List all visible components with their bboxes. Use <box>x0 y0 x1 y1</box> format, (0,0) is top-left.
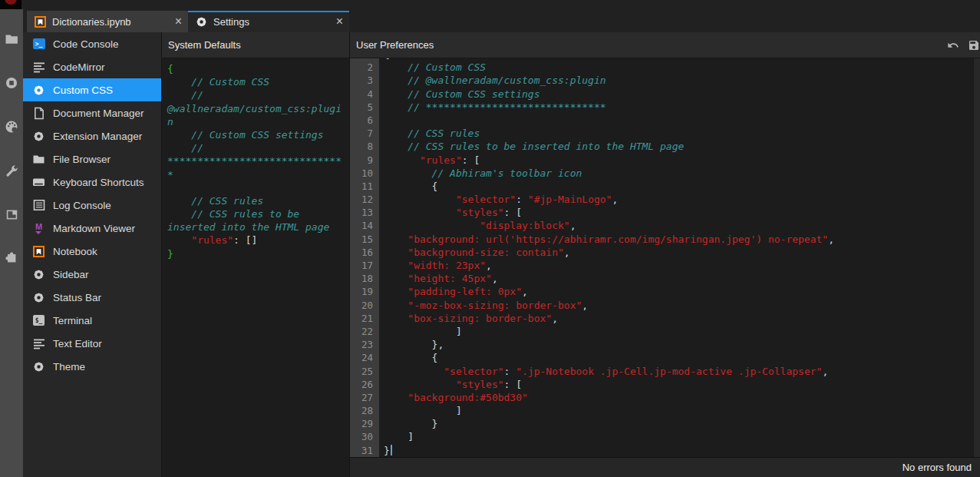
sidebar-item-label: File Browser <box>53 154 111 165</box>
sidebar-item-file-browser[interactable]: File Browser <box>23 147 161 171</box>
sidebar-item-notebook[interactable]: Notebook <box>23 240 161 263</box>
system-defaults-header: System Defaults <box>162 32 349 58</box>
code-line: 27 "background:#50bd30" <box>350 391 980 404</box>
files-icon[interactable] <box>0 30 23 48</box>
system-defaults-title: System Defaults <box>168 39 241 51</box>
gear-icon <box>195 15 208 28</box>
notebook-icon <box>34 15 47 28</box>
tab-label: Settings <box>213 16 249 28</box>
code-line: ***************************** <box>167 154 347 167</box>
code-line: // <box>167 141 347 154</box>
sidebar-item-label: Notebook <box>53 246 97 257</box>
sidebar-item-text-editor[interactable]: Text Editor <box>23 332 161 355</box>
status-footer: No errors found <box>350 457 980 477</box>
code-line <box>167 181 347 194</box>
code-line: 9 "rules": [ <box>350 154 980 167</box>
sidebar-item-code-console[interactable]: >_Code Console <box>23 32 161 55</box>
editor-scrollbar[interactable] <box>973 58 980 457</box>
code-line: 15 "background: url('https://abhiramr.co… <box>350 233 980 246</box>
line-number: 28 <box>350 404 379 417</box>
code-line: // CSS rules <box>167 194 347 207</box>
sidebar-item-label: Status Bar <box>53 292 101 303</box>
code-line: 29 } <box>350 417 980 430</box>
close-icon[interactable]: × <box>336 15 343 28</box>
sidebar-item-custom-css[interactable]: Custom CSS <box>23 78 161 101</box>
tab-settings[interactable]: Settings× <box>188 11 349 32</box>
user-preferences-panel: User Preferences 1{2 // Custom CSS3 // @… <box>349 32 980 477</box>
sidebar-item-status-bar[interactable]: Status Bar <box>23 286 161 309</box>
line-number: 16 <box>350 246 379 259</box>
sidebar-item-label: Document Manager <box>53 108 144 119</box>
sidebar-item-label: Text Editor <box>53 338 102 349</box>
sidebar-item-document-manager[interactable]: Document Manager <box>23 101 161 124</box>
running-icon[interactable] <box>0 74 23 92</box>
tab-dictionaries-ipynb[interactable]: Dictionaries.ipynb× <box>27 11 188 32</box>
sidebar-item-label: Code Console <box>53 38 119 50</box>
sidebar-item-log-console[interactable]: Log Console <box>23 194 161 217</box>
palette-icon[interactable] <box>0 118 23 136</box>
extensions-icon[interactable] <box>0 249 23 267</box>
sidebar-item-theme[interactable]: Theme <box>23 355 161 378</box>
gear-icon <box>32 360 45 373</box>
line-number: 25 <box>350 365 379 378</box>
tools-icon[interactable] <box>0 161 23 180</box>
code-line: 23 }, <box>350 338 980 351</box>
user-preferences-editor[interactable]: 1{2 // Custom CSS3 // @wallneradam/custo… <box>350 58 980 457</box>
sidebar-item-label: Markdown Viewer <box>53 223 135 234</box>
sidebar-item-terminal[interactable]: $_Terminal <box>23 309 161 332</box>
code-line: 14 "display:block", <box>350 219 980 232</box>
code-line: 3 // @wallneradam/custom_css:plugin <box>350 74 980 87</box>
sidebar-item-markdown-viewer[interactable]: MMarkdown Viewer <box>23 217 161 240</box>
code-line: 6 <box>350 114 980 127</box>
line-number: 10 <box>350 167 379 180</box>
code-line: 17 "width: 23px", <box>350 259 980 272</box>
code-line: // Custom CSS settings <box>167 128 347 141</box>
line-number: 23 <box>350 338 379 351</box>
activity-bar <box>0 9 23 477</box>
terminal-icon: $_ <box>32 314 45 327</box>
line-number: 21 <box>350 312 379 325</box>
line-number: 15 <box>350 233 379 246</box>
user-preferences-header: User Preferences <box>350 32 980 58</box>
code-line: * <box>167 168 347 181</box>
sidebar-item-label: CodeMirror <box>53 61 105 73</box>
code-line: 13 "styles": [ <box>350 206 980 219</box>
line-number: 4 <box>350 88 379 101</box>
line-number: 2 <box>350 61 379 74</box>
folder-icon <box>32 153 45 166</box>
tab-bar: Dictionaries.ipynb×Settings× <box>23 9 980 32</box>
sidebar-item-extension-manager[interactable]: Extension Manager <box>23 124 161 147</box>
text-cursor <box>391 445 392 455</box>
line-number: 18 <box>350 272 379 285</box>
logo-red-circle <box>5 0 17 5</box>
line-number: 11 <box>350 180 379 193</box>
line-number: 24 <box>350 351 379 364</box>
code-line: 2 // Custom CSS <box>350 61 980 74</box>
code-line: inserted into the HTML page <box>167 220 347 234</box>
line-number: 14 <box>350 219 379 232</box>
sidebar-item-keyboard-shortcuts[interactable]: Keyboard Shortcuts <box>23 171 161 194</box>
sidebar-item-label: Log Console <box>53 200 111 211</box>
line-number: 9 <box>350 154 379 167</box>
code-line: @wallneradam/custom_css:plugi <box>167 102 347 115</box>
sidebar-item-sidebar[interactable]: Sidebar <box>23 263 161 286</box>
user-preferences-title: User Preferences <box>356 39 434 51</box>
tab-label: Dictionaries.ipynb <box>52 16 131 28</box>
code-line: 16 "background-size: contain", <box>350 246 980 259</box>
gear-icon <box>32 291 45 304</box>
line-number: 6 <box>350 114 379 127</box>
sidebar-item-label: Sidebar <box>53 269 89 280</box>
status-message: No errors found <box>902 462 972 473</box>
code-line: 24 { <box>350 351 980 364</box>
console-icon: >_ <box>32 38 45 51</box>
code-line: 10 // Abhiram's toolbar icon <box>350 167 980 180</box>
sidebar-item-label: Custom CSS <box>53 84 113 96</box>
save-icon[interactable] <box>968 39 980 51</box>
sidebar-item-codemirror[interactable]: CodeMirror <box>23 55 161 78</box>
code-line: { <box>167 62 347 75</box>
undo-icon[interactable] <box>947 39 959 51</box>
code-line: } <box>167 247 347 260</box>
code-line: 22 ] <box>350 325 980 338</box>
tabs-icon[interactable] <box>0 205 23 224</box>
close-icon[interactable]: × <box>175 15 182 28</box>
